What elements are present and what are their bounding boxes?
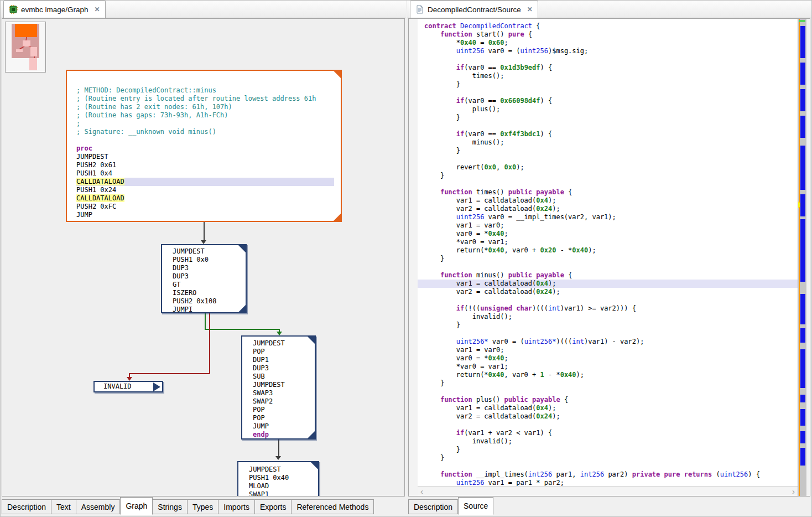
node-instruction[interactable]: PUSH2 0x108 [173,297,243,306]
bottom-tab-description[interactable]: Description [408,499,458,514]
code-line[interactable] [424,180,798,188]
graph-minimap[interactable] [5,22,46,73]
code-line[interactable] [424,155,798,163]
bottom-tab-exports[interactable]: Exports [255,499,292,514]
node-instruction[interactable]: SWAP2 [253,397,313,406]
code-line[interactable]: function times() public payable { [424,188,798,197]
code-line[interactable]: *var0 = var1; [424,238,798,246]
code-line[interactable]: var0 = *0x40; [424,230,798,238]
node-instruction[interactable]: SUB [253,373,313,381]
code-line[interactable] [424,122,798,130]
code-line[interactable]: var1 = var0; [424,221,798,230]
scroll-left-icon[interactable]: ‹ [418,487,426,497]
code-line[interactable]: uint256 var1 = par1 * par2; [424,479,798,486]
code-line[interactable]: if(var0 == 0x1d3b9edf) { [424,64,798,72]
node-instruction[interactable]: proc [76,144,339,153]
code-line[interactable] [424,462,798,471]
code-line[interactable]: } [424,172,798,180]
source-map-marker[interactable] [800,219,805,282]
bottom-tab-text[interactable]: Text [51,499,76,514]
source-map-marker[interactable] [800,431,805,443]
code-line[interactable]: } [424,113,798,122]
code-line[interactable]: revert(0x0, 0x0); [424,163,798,172]
code-line[interactable]: var2 = calldataload(0x24); [424,412,798,421]
code-line[interactable]: return(*0x40, var0 + 0x20 - *0x40); [424,246,798,255]
code-line[interactable]: function minus() public payable { [424,271,798,280]
node-instruction[interactable]: ISZERO [173,289,243,297]
bottom-tab-referenced-methods[interactable]: Referenced Methods [292,499,374,514]
node-instruction[interactable]: endp [253,431,313,438]
code-line[interactable]: if(var1 + var2 < var1) { [424,429,798,437]
code-line[interactable]: var2 = calldataload(0x24); [424,205,798,213]
code-line[interactable] [424,89,798,97]
code-line[interactable] [424,387,798,396]
scroll-right-icon[interactable]: › [789,487,798,497]
node-instruction[interactable]: POP [253,414,313,422]
node-instruction[interactable]: DUP1 [253,356,313,364]
code-line[interactable]: function start() pure { [424,30,798,39]
code-line[interactable]: minus(); [424,138,798,147]
node-instruction[interactable]: SWAP1 [249,490,316,497]
node-instruction[interactable]: MLOAD [249,482,316,490]
code-line[interactable]: var2 = calldataload(0x24); [424,288,798,296]
node-instruction[interactable]: JUMPDEST [173,247,243,256]
source-map-marker[interactable] [800,395,805,402]
node-instruction[interactable]: GT [173,281,243,289]
code-line[interactable]: times(); [424,72,798,80]
source-map-marker[interactable] [800,63,805,85]
close-icon[interactable]: ✕ [95,6,100,13]
code-line[interactable]: var0 = *0x40; [424,354,798,363]
node-instruction[interactable]: DUP3 [173,272,243,281]
graph-node-sub[interactable]: JUMPDESTPOPDUP1DUP3SUBJUMPDESTSWAP3SWAP2… [241,335,316,440]
node-instruction[interactable]: POP [253,406,313,414]
bottom-tab-assembly[interactable]: Assembly [76,499,121,514]
graph-node-branch[interactable]: JUMPDESTPUSH1 0x0DUP3DUP3GTISZEROPUSH2 0… [161,244,247,313]
code-line[interactable]: if(var0 == 0xf4f3bdc1) { [424,130,798,138]
bottom-tab-strings[interactable]: Strings [153,499,188,514]
bottom-tab-source[interactable]: Source [458,497,493,515]
node-instruction[interactable]: JUMPDEST [76,153,339,161]
code-line[interactable] [424,421,798,429]
node-instruction[interactable]: JUMP [253,422,313,431]
source-map-marker[interactable] [800,448,805,466]
source-map-marker[interactable] [800,194,805,216]
code-line[interactable]: if(var0 == 0x66098d4f) { [424,97,798,105]
code-line[interactable]: } [424,321,798,329]
node-instruction[interactable]: CALLDATALOAD [76,194,339,203]
node-instruction[interactable]: JUMPDEST [253,339,313,348]
code-line[interactable]: return(*0x40, var0 + 1 - *0x40); [424,371,798,379]
node-instruction[interactable]: SWAP3 [253,389,313,397]
overview-marker-bar[interactable] [798,19,806,496]
code-line[interactable]: var1 = var0; [424,346,798,354]
code-line[interactable]: var1 = calldataload(0x4); [424,197,798,205]
graph-node-ret[interactable]: JUMPDESTPUSH1 0x40MLOADSWAP1DUP2 [237,461,319,497]
code-line[interactable]: uint256 var0 = __impl_times(var2, var1); [424,213,798,221]
graph-node-invalid[interactable]: INVALID [93,381,163,392]
code-area[interactable]: contract DecompiledContract { function s… [418,19,798,486]
code-line[interactable]: } [424,446,798,454]
bottom-tab-graph[interactable]: Graph [120,497,153,515]
source-map-marker[interactable] [800,146,805,190]
source-map-marker[interactable] [800,409,805,426]
node-instruction[interactable]: PUSH1 0x40 [249,474,316,482]
code-line[interactable] [424,329,798,338]
node-instruction[interactable]: PUSH2 0x61 [76,161,339,169]
bottom-tab-description[interactable]: Description [2,499,51,514]
code-line[interactable]: var1 = calldataload(0x4); [424,404,798,412]
code-line[interactable]: } [424,454,798,462]
node-instruction[interactable]: JUMP [76,211,339,219]
node-instruction[interactable]: CALLDATALOAD [76,178,334,186]
tab-evmbc-image-graph[interactable]: evmbc image/Graph ✕ [3,1,106,18]
code-line[interactable]: } [424,147,798,155]
code-line[interactable]: var1 = calldataload(0x4); [418,280,798,288]
code-line[interactable]: invalid(); [424,313,798,321]
source-map-marker[interactable] [800,294,805,324]
node-instruction[interactable]: DUP3 [253,364,313,373]
code-line[interactable]: invalid(); [424,437,798,446]
source-map-marker[interactable] [800,116,805,138]
node-instruction[interactable]: INVALID [95,382,162,390]
code-line[interactable] [424,263,798,271]
code-line[interactable]: } [424,80,798,89]
code-line[interactable]: plus(); [424,105,798,113]
node-instruction[interactable]: POP [253,348,313,356]
